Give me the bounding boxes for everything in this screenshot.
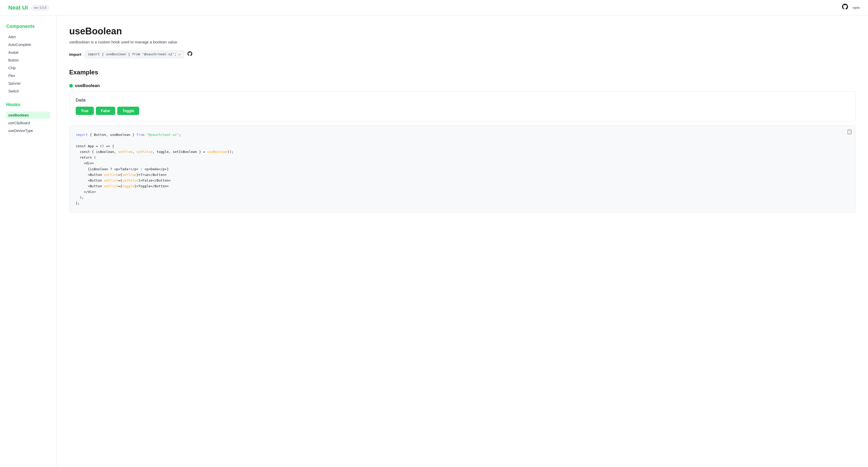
demo-buttons-group: TrueFalseToggle: [76, 107, 849, 115]
sidebar-item-autocomplete[interactable]: AutoComplete: [6, 41, 51, 48]
sidebar-item-useboolean[interactable]: useBoolean: [6, 112, 51, 119]
demo-btn-true[interactable]: True: [76, 107, 94, 115]
sidebar-item-useclipboard[interactable]: useClipBoard: [6, 119, 51, 127]
sidebar-item-button[interactable]: Button: [6, 57, 51, 64]
import-section: Import import { useBoolean } from '@oauc…: [69, 50, 856, 58]
green-dot-icon: [69, 84, 73, 88]
page-title: useBoolean: [69, 26, 856, 37]
components-section-title: Components: [6, 24, 51, 29]
code-block: 📋 import { Button, useBoolean } from "@o…: [69, 126, 856, 213]
header-left: Neat UI ver. 0.0.6: [8, 4, 49, 11]
sidebar-item-avatar[interactable]: Avatar: [6, 49, 51, 56]
example-demo-box: Dada TrueFalseToggle: [69, 91, 856, 121]
hooks-list: useBooleanuseClipBoarduseDeviceType: [6, 112, 51, 134]
sidebar-item-chip[interactable]: Chip: [6, 64, 51, 71]
header: Neat UI ver. 0.0.6 npm: [0, 0, 868, 15]
version-badge: ver. 0.0.6: [31, 5, 49, 10]
sidebar-item-alert[interactable]: Alert: [6, 33, 51, 40]
main-content: useBoolean useBoolean is a custom hook u…: [57, 15, 868, 467]
logo: Neat UI: [8, 4, 28, 11]
sidebar-item-flex[interactable]: Flex: [6, 72, 51, 79]
sidebar-item-switch[interactable]: Switch: [6, 88, 51, 95]
copy-import-icon[interactable]: ✏️: [179, 52, 181, 57]
layout: Components AlertAutoCompleteAvatarButton…: [0, 15, 868, 467]
example-header: useBoolean: [69, 83, 856, 88]
demo-btn-toggle[interactable]: Toggle: [117, 107, 139, 115]
hooks-section-title: Hooks: [6, 102, 51, 107]
demo-display-text: Dada: [76, 98, 849, 102]
example-title: useBoolean: [75, 83, 100, 88]
sidebar-item-usedevicetype[interactable]: useDeviceType: [6, 127, 51, 134]
page-description: useBoolean is a custom hook used to mana…: [69, 40, 856, 44]
sidebar-item-spinner[interactable]: Spinner: [6, 80, 51, 87]
examples-title: Examples: [69, 69, 856, 76]
copy-code-button[interactable]: 📋: [846, 129, 852, 134]
import-code-text: import { useBoolean } from '@oauch/neat-…: [88, 53, 177, 56]
hooks-section: Hooks useBooleanuseClipBoarduseDeviceTyp…: [6, 102, 51, 134]
github-link-icon[interactable]: [187, 51, 193, 58]
header-right: npm: [841, 3, 860, 12]
components-list: AlertAutoCompleteAvatarButtonChipFlexSpi…: [6, 33, 51, 95]
npm-label: npm: [853, 6, 860, 9]
github-icon[interactable]: [841, 3, 848, 12]
sidebar: Components AlertAutoCompleteAvatarButton…: [0, 15, 57, 467]
demo-btn-false[interactable]: False: [96, 107, 116, 115]
import-code-box: import { useBoolean } from '@oauch/neat-…: [85, 50, 184, 58]
code-content: import { Button, useBoolean } from "@oau…: [76, 132, 849, 206]
import-label: Import: [69, 52, 82, 57]
